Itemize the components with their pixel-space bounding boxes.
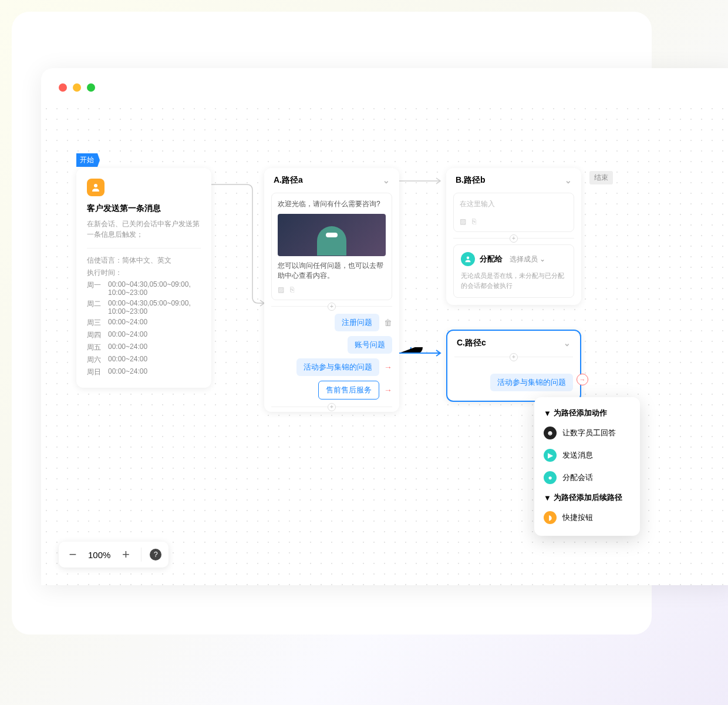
button-icon: ◗ [544, 511, 557, 524]
path-c-node[interactable]: C.路径c ⌄ + 活动参与集锦的问题 [446, 330, 581, 402]
zoom-in-button[interactable]: + [114, 542, 137, 568]
maximize-icon[interactable] [87, 83, 95, 92]
menu-section-paths: ▼ 为路径添加后续路径 [534, 489, 640, 506]
schedule-row: 周一00:00~04:30,05:00~09:00, 10:00~23:00 [87, 280, 201, 297]
schedule-row: 周六00:00~24:00 [87, 355, 201, 365]
flow-canvas[interactable]: 开始 结束 客户发送第一条消息 在新会话、已关闭会话中客户发送第一条信息后触发；… [41, 103, 728, 585]
help-button[interactable]: ? [150, 549, 161, 560]
chevron-down-icon[interactable]: ⌄ [383, 176, 390, 185]
trigger-node[interactable]: 客户发送第一条消息 在新会话、已关闭会话中客户发送第一条信息后触发； 信使语言：… [76, 168, 211, 388]
menu-item-send-message[interactable]: ▶ 发送消息 [534, 444, 640, 466]
path-c-title: C.路径c [457, 338, 486, 348]
menu-item-quick-button[interactable]: ◗ 快捷按钮 [534, 506, 640, 529]
quick-reply-activity[interactable]: 活动参与集锦的问题 [490, 374, 573, 391]
quick-reply-account[interactable]: 账号问题 [348, 336, 392, 354]
member-select[interactable]: 选择成员 ⌄ [510, 254, 545, 264]
smile-icon: ☻ [544, 427, 557, 439]
menu-item-assign[interactable]: ● 分配会话 [534, 466, 640, 489]
svg-point-1 [467, 257, 470, 260]
link-icon[interactable]: ⎘ [472, 217, 476, 226]
path-b-title: B.路径b [456, 175, 486, 186]
assign-block[interactable]: 分配给 选择成员 ⌄ 无论成员是否在线，未分配与已分配的会话都会被执行 [453, 244, 574, 298]
quick-reply-register[interactable]: 注册问题 [335, 314, 379, 331]
trigger-title: 客户发送第一条消息 [87, 203, 201, 214]
chevron-down-icon[interactable]: ⌄ [565, 176, 572, 185]
menu-item-ai-reply[interactable]: ☻ 让数字员工回答 [534, 422, 640, 444]
svg-point-0 [94, 184, 97, 187]
message-input[interactable]: 在这里输入 ▨ ⎘ [453, 193, 574, 232]
trigger-description: 在新会话、已关闭会话中客户发送第一条信息后触发； [87, 219, 201, 240]
path-a-node[interactable]: A.路径a ⌄ 欢迎光临，请问有什么需要咨询? 您可以询问任何问题，也可以去帮助… [264, 168, 399, 412]
traffic-lights [59, 83, 95, 92]
add-step-button[interactable]: + [454, 357, 573, 357]
quick-reply-service[interactable]: 售前售后服务 [318, 381, 379, 400]
path-b-node[interactable]: B.路径b ⌄ 在这里输入 ▨ ⎘ + 分配给 选择成员 ⌄ [446, 168, 581, 305]
context-menu: ▼ 为路径添加动作 ☻ 让数字员工回答 ▶ 发送消息 ● 分配会话 ▼ 为路径添… [534, 397, 640, 536]
image-placeholder [278, 214, 386, 256]
schedule-row: 周日00:00~24:00 [87, 367, 201, 377]
add-step-button[interactable]: + [271, 407, 392, 407]
add-step-button[interactable]: + [453, 238, 574, 239]
person-icon [461, 252, 475, 266]
menu-section-actions: ▼ 为路径添加动作 [534, 404, 640, 422]
path-a-title: A.路径a [274, 175, 303, 186]
zoom-controls: − 100% + ? [59, 542, 168, 568]
end-badge: 结束 [589, 171, 613, 184]
app-window: 开始 结束 客户发送第一条消息 在新会话、已关闭会话中客户发送第一条信息后触发；… [41, 68, 728, 585]
chevron-down-icon[interactable]: ⌄ [564, 338, 571, 348]
person-icon: ● [544, 471, 557, 484]
arrow-right-icon[interactable]: → [384, 362, 392, 372]
add-step-button[interactable]: + [271, 306, 392, 307]
message-block[interactable]: 欢迎光临，请问有什么需要咨询? 您可以询问任何问题，也可以去帮助中心查看内容。 … [271, 193, 392, 300]
schedule-row: 周三00:00~24:00 [87, 318, 201, 328]
image-icon[interactable]: ▨ [278, 286, 284, 294]
quick-reply-activity[interactable]: 活动参与集锦的问题 [296, 358, 379, 376]
image-icon[interactable]: ▨ [460, 217, 466, 226]
link-icon[interactable]: ⎘ [290, 286, 294, 294]
schedule-row: 周四00:00~24:00 [87, 330, 201, 340]
output-port[interactable]: → [577, 374, 588, 385]
schedule-row: 周二00:00~04:30,05:00~09:00, 10:00~23:00 [87, 299, 201, 315]
schedule-row: 周五00:00~24:00 [87, 343, 201, 352]
start-badge: 开始 [76, 153, 100, 167]
close-icon[interactable] [59, 83, 67, 92]
person-icon [87, 179, 105, 196]
zoom-level: 100% [85, 550, 114, 560]
arrow-right-icon[interactable]: → [384, 385, 392, 395]
delete-icon[interactable]: 🗑 [384, 318, 392, 327]
play-icon: ▶ [544, 449, 557, 462]
minimize-icon[interactable] [73, 83, 81, 92]
zoom-out-button[interactable]: − [61, 542, 85, 568]
